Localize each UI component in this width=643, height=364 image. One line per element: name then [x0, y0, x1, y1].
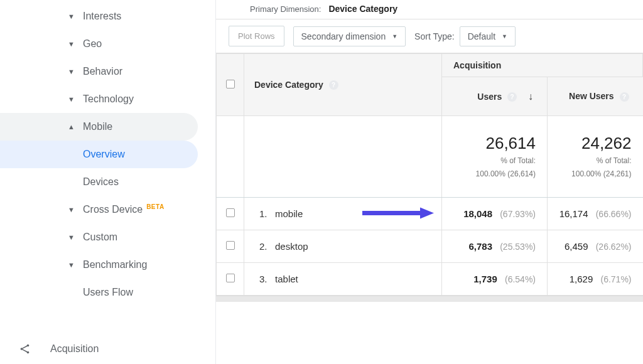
- help-icon[interactable]: ?: [620, 92, 629, 102]
- help-icon[interactable]: ?: [329, 80, 338, 90]
- row-dimension[interactable]: mobile: [275, 208, 303, 219]
- users-pct: (25.53%): [500, 242, 536, 252]
- table-row: 3. tablet 1,739 (6.54%) 1,629 (6.71%): [217, 263, 643, 296]
- nav-item-devices[interactable]: Devices: [0, 168, 198, 196]
- secondary-dimension-select[interactable]: Secondary dimension: [293, 26, 406, 46]
- nav-section-label: Acquisition: [50, 343, 99, 355]
- dimension-header-label: Device Category: [254, 80, 323, 90]
- beta-badge: BETA: [146, 203, 164, 210]
- nav-item-geo[interactable]: ▼ Geo: [0, 30, 198, 58]
- new-users-header-label: New Users: [569, 91, 614, 101]
- new-users-value: 6,459: [565, 241, 588, 252]
- new-users-pct: (6.71%): [600, 274, 631, 284]
- nav-label: Behavior: [83, 66, 122, 77]
- data-table: Device Category ? Acquisition Users ? ↓ …: [216, 53, 643, 296]
- nav-item-technology[interactable]: ▼ Technology: [0, 85, 198, 113]
- new-users-total-sub1: % of Total:: [559, 156, 632, 166]
- users-total-sub2: 100.00% (26,614): [453, 169, 536, 179]
- new-users-value: 16,174: [559, 208, 588, 219]
- users-pct: (67.93%): [500, 209, 536, 219]
- users-value: 1,739: [473, 274, 497, 284]
- caret-down-icon: ▼: [68, 233, 75, 241]
- nav-label: Cross Device: [83, 204, 143, 215]
- nav-label: Technology: [83, 94, 134, 105]
- row-index: 3.: [259, 274, 267, 284]
- nav-list: ▼ Interests ▼ Geo ▼ Behavior ▼ Technolog…: [0, 0, 215, 334]
- row-checkbox[interactable]: [226, 241, 235, 250]
- nav-item-benchmarking[interactable]: ▼ Benchmarking: [0, 251, 198, 279]
- nav-item-mobile[interactable]: ▲ Mobile: [0, 113, 198, 141]
- help-icon[interactable]: ?: [507, 92, 517, 102]
- new-users-value: 1,629: [570, 274, 593, 284]
- new-users-pct: (26.62%): [596, 242, 632, 252]
- new-users-column-header[interactable]: New Users ?: [548, 77, 643, 116]
- sort-type-label: Sort Type:: [414, 31, 455, 41]
- acquisition-header: Acquisition: [442, 54, 643, 77]
- new-users-summary: 24,262 % of Total: 100.00% (24,261): [548, 116, 643, 198]
- sort-desc-icon: ↓: [528, 91, 533, 102]
- nav-label: Overview: [83, 149, 125, 160]
- nav-item-cross-device[interactable]: ▼ Cross Device BETA: [0, 196, 198, 223]
- users-value: 6,783: [468, 241, 492, 252]
- main: Primary Dimension: Device Category Plot …: [216, 0, 643, 364]
- primary-dimension-value[interactable]: Device Category: [328, 4, 397, 14]
- sort-type-value: Default: [468, 31, 495, 41]
- new-users-total-sub2: 100.00% (24,261): [559, 169, 632, 179]
- nav-section-acquisition[interactable]: Acquisition: [0, 334, 215, 364]
- caret-down-icon: ▼: [68, 13, 75, 20]
- caret-up-icon: ▲: [68, 123, 75, 131]
- horizontal-scrollbar[interactable]: [216, 296, 643, 302]
- new-users-total-value: 24,262: [559, 134, 632, 153]
- secondary-dimension-label: Secondary dimension: [301, 31, 386, 41]
- caret-down-icon: ▼: [68, 206, 75, 213]
- primary-dimension-bar: Primary Dimension: Device Category: [216, 0, 643, 19]
- caret-down-icon: ▼: [68, 261, 75, 269]
- row-index: 1.: [259, 208, 267, 219]
- caret-down-icon: ▼: [68, 68, 75, 75]
- summary-row: 26,614 % of Total: 100.00% (26,614) 24,2…: [217, 116, 643, 198]
- dimension-header[interactable]: Device Category ?: [244, 54, 442, 116]
- svg-marker-4: [420, 207, 434, 218]
- nav-label: Devices: [83, 176, 119, 188]
- sidebar: ▼ Interests ▼ Geo ▼ Behavior ▼ Technolog…: [0, 0, 216, 364]
- new-users-pct: (66.66%): [596, 209, 632, 219]
- nav-item-behavior[interactable]: ▼ Behavior: [0, 58, 198, 85]
- caret-down-icon: ▼: [68, 40, 75, 48]
- row-checkbox[interactable]: [226, 274, 235, 282]
- select-all-checkbox[interactable]: [226, 80, 235, 88]
- primary-dimension-label: Primary Dimension:: [250, 4, 321, 14]
- nav-item-custom[interactable]: ▼ Custom: [0, 223, 198, 251]
- nav-label: Benchmarking: [83, 259, 147, 270]
- users-total-sub1: % of Total:: [453, 156, 536, 166]
- nav-label: Geo: [83, 38, 102, 50]
- table-toolbar: Plot Rows Secondary dimension Sort Type:…: [216, 19, 643, 53]
- nav-item-interests[interactable]: ▼ Interests: [0, 3, 198, 30]
- users-total-value: 26,614: [453, 134, 536, 153]
- nav-label: Users Flow: [83, 287, 133, 298]
- users-pct: (6.54%): [505, 274, 536, 284]
- nav-label: Mobile: [83, 121, 112, 132]
- table-row: 2. desktop 6,783 (25.53%) 6,459 (26.62%): [217, 230, 643, 263]
- nav-label: Custom: [83, 232, 117, 243]
- row-dimension[interactable]: tablet: [275, 274, 298, 284]
- row-index: 2.: [259, 241, 267, 252]
- nav-label: Interests: [83, 11, 121, 22]
- row-checkbox[interactable]: [226, 208, 235, 217]
- nav-item-users-flow[interactable]: Users Flow: [0, 279, 198, 306]
- users-summary: 26,614 % of Total: 100.00% (26,614): [442, 116, 548, 198]
- users-header-label: Users: [477, 92, 502, 102]
- table-row: 1. mobile 18,048 (67.93%) 16,174: [217, 198, 643, 230]
- users-column-header[interactable]: Users ? ↓: [442, 77, 548, 116]
- caret-down-icon: ▼: [68, 95, 75, 103]
- nav-item-overview[interactable]: Overview: [0, 141, 198, 168]
- sort-type-select[interactable]: Default: [460, 26, 516, 46]
- row-dimension[interactable]: desktop: [275, 241, 308, 252]
- plot-rows-button[interactable]: Plot Rows: [229, 26, 284, 46]
- annotation-arrow-icon: [360, 206, 435, 222]
- users-value: 18,048: [463, 208, 492, 219]
- acquisition-icon: [18, 342, 50, 356]
